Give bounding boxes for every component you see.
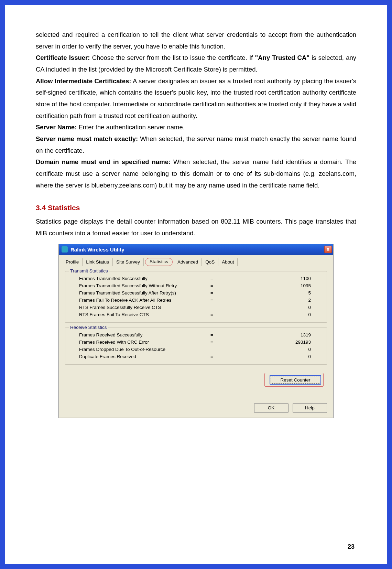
page-number: 23	[348, 543, 355, 550]
section-heading: 3.4 Statistics	[36, 201, 356, 214]
stat-row: Frames Transmitted Successfully Without …	[71, 282, 321, 289]
allow-intermediate-label: Allow Intermediate Certificates:	[36, 77, 131, 85]
tab-profile[interactable]: Profile	[62, 258, 83, 266]
tab-statistics[interactable]: Statistics	[145, 258, 173, 266]
server-name-label: Server Name:	[36, 124, 77, 131]
tab-row: Profile Link Status Site Survey Statisti…	[59, 255, 333, 266]
stat-row: Duplicate Frames Received=0	[71, 353, 321, 360]
stat-label: Frames Received Successfully	[71, 332, 202, 337]
stat-label: Frames Transmitted Successfully Without …	[71, 283, 202, 288]
stat-row: Frames Received With CRC Error=293193	[71, 339, 321, 346]
receive-group-title: Receive Statistics	[69, 325, 108, 330]
stat-value: 2	[222, 298, 321, 303]
document-body: selected and required a certification to…	[36, 29, 356, 239]
window-title: Ralink Wireless Utility	[70, 247, 124, 253]
equals-icon: =	[202, 312, 222, 317]
transmit-group-title: Transmit Statistics	[69, 268, 109, 273]
equals-icon: =	[202, 276, 222, 281]
stat-label: Frames Transmitted Successfully After Re…	[71, 290, 202, 296]
equals-icon: =	[202, 347, 222, 352]
intro-text: selected and required a certification to…	[36, 31, 356, 50]
receive-group: Receive Statistics Frames Received Succe…	[65, 328, 327, 365]
stat-row: Frames Fail To Receive ACK After All Ret…	[71, 297, 321, 304]
stat-row: RTS Frames Fail To Receive CTS=0	[71, 311, 321, 318]
cert-issuer-label: Certificate Issuer:	[36, 54, 90, 61]
stat-label: Frames Dropped Due To Out-of-Resource	[71, 347, 202, 352]
cert-issuer-text-a: Choose the server from the list to issue…	[90, 54, 255, 61]
app-window: Ralink Wireless Utility X Profile Link S…	[58, 244, 334, 418]
stat-value: 5	[222, 290, 321, 296]
help-button[interactable]: Help	[293, 403, 327, 413]
equals-icon: =	[202, 332, 222, 337]
stat-label: Frames Transmitted Successfully	[71, 276, 202, 281]
tab-qos[interactable]: QoS	[202, 258, 218, 266]
stat-row: Frames Dropped Due To Out-of-Resource=0	[71, 346, 321, 353]
tab-site-survey[interactable]: Site Survey	[113, 258, 144, 266]
stat-value: 1100	[222, 276, 321, 281]
match-exactly-label: Server name must match exactly:	[36, 135, 138, 142]
stat-value: 293193	[222, 340, 321, 345]
equals-icon: =	[202, 283, 222, 288]
equals-icon: =	[202, 290, 222, 296]
stat-value: 1095	[222, 283, 321, 288]
stat-label: Frames Fail To Receive ACK After All Ret…	[71, 298, 202, 303]
stat-row: Frames Transmitted Successfully After Re…	[71, 289, 321, 297]
stats-panel: Transmit Statistics Frames Transmitted S…	[59, 266, 333, 393]
domain-label: Domain name must end in specified name:	[36, 158, 171, 165]
reset-highlight: Reset Counter	[264, 373, 324, 387]
close-button[interactable]: X	[324, 246, 332, 253]
stat-value: 1319	[222, 332, 321, 337]
window-titlebar: Ralink Wireless Utility X	[59, 244, 333, 255]
stats-intro: Statistics page displays the detail coun…	[36, 216, 356, 239]
stat-value: 0	[222, 354, 321, 359]
app-icon	[62, 246, 68, 253]
equals-icon: =	[202, 340, 222, 345]
equals-icon: =	[202, 305, 222, 310]
equals-icon: =	[202, 354, 222, 359]
reset-row: Reset Counter	[65, 369, 327, 387]
stat-label: RTS Frames Fail To Receive CTS	[71, 312, 202, 317]
reset-counter-button[interactable]: Reset Counter	[270, 375, 321, 385]
any-trusted-ca-label: "Any Trusted CA"	[255, 54, 309, 61]
stat-value: 0	[222, 347, 321, 352]
tab-link-status[interactable]: Link Status	[83, 258, 113, 266]
stat-value: 0	[222, 305, 321, 310]
tab-about[interactable]: About	[218, 258, 238, 266]
equals-icon: =	[202, 298, 222, 303]
stat-row: Frames Transmitted Successfully=1100	[71, 275, 321, 282]
stat-label: Frames Received With CRC Error	[71, 340, 202, 345]
stat-row: RTS Frames Successfully Receive CTS=0	[71, 304, 321, 311]
stat-label: Duplicate Frames Received	[71, 354, 202, 359]
server-name-text: Enter the authentication server name.	[77, 124, 185, 131]
stat-label: RTS Frames Successfully Receive CTS	[71, 305, 202, 310]
stat-row: Frames Received Successfully=1319	[71, 331, 321, 339]
tab-advanced[interactable]: Advanced	[174, 258, 202, 266]
ok-button[interactable]: OK	[254, 403, 288, 413]
transmit-group: Transmit Statistics Frames Transmitted S…	[65, 271, 327, 323]
bottom-button-row: OK Help	[59, 393, 333, 418]
stat-value: 0	[222, 312, 321, 317]
